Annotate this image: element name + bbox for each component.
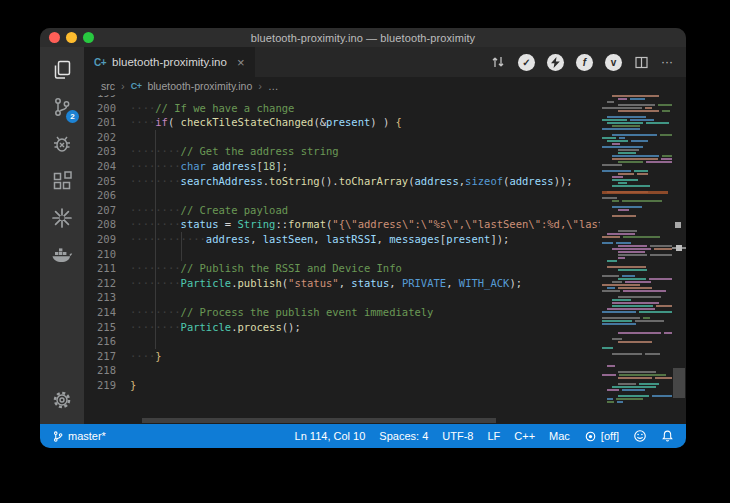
split-editor-icon[interactable] xyxy=(634,55,649,70)
particle-platform-item[interactable]: Mac xyxy=(549,430,570,442)
branch-label: master* xyxy=(68,430,106,442)
code-line[interactable]: 211········// Publish the RSSI and Devic… xyxy=(84,261,600,276)
code-line[interactable]: 214········// Process the publish event … xyxy=(84,305,600,320)
line-number: 205 xyxy=(84,174,130,189)
code-text: } xyxy=(130,378,600,393)
screencast-label: [off] xyxy=(601,430,619,442)
breadcrumb-file[interactable]: bluetooth-proximity.ino xyxy=(147,80,252,92)
line-number: 202 xyxy=(84,130,130,145)
code-line[interactable]: 219} xyxy=(84,378,600,393)
indentation-item[interactable]: Spaces: 4 xyxy=(379,430,428,442)
code-line[interactable]: 210 xyxy=(84,247,600,262)
minimap[interactable] xyxy=(600,95,672,417)
code-line[interactable]: 202 xyxy=(84,130,600,145)
settings-gear-icon[interactable] xyxy=(48,386,76,414)
cursor-position-item[interactable]: Ln 114, Col 10 xyxy=(295,430,366,442)
vscode-window: bluetooth-proximity.ino — bluetooth-prox… xyxy=(40,28,686,448)
code-line[interactable]: 217····} xyxy=(84,349,600,364)
traffic-lights xyxy=(49,32,94,43)
code-line[interactable]: 201····if( checkTileStateChanged(&presen… xyxy=(84,115,600,130)
notifications-bell-icon[interactable] xyxy=(661,429,674,443)
extensions-icon[interactable] xyxy=(48,167,76,195)
code-line[interactable]: 206 xyxy=(84,188,600,203)
code-text: ····} xyxy=(130,349,600,364)
check-icon: ✓ xyxy=(522,57,530,68)
docker-icon[interactable] xyxy=(48,241,76,269)
code-lines: 199200····// If we have a change201····i… xyxy=(84,95,600,392)
vertical-scrollbar[interactable] xyxy=(673,368,685,398)
line-number: 217 xyxy=(84,349,130,364)
tab-bar: C+ bluetooth-proximity.ino × ✓ xyxy=(84,47,686,77)
code-text xyxy=(130,247,600,262)
code-text: ········Particle.publish("status", statu… xyxy=(130,276,600,291)
line-number: 218 xyxy=(84,363,130,378)
code-text: ········// Process the publish event imm… xyxy=(130,305,600,320)
branch-icon xyxy=(52,430,64,443)
code-line[interactable]: 216 xyxy=(84,334,600,349)
explorer-icon[interactable] xyxy=(48,56,76,84)
line-number: 206 xyxy=(84,188,130,203)
eol-item[interactable]: LF xyxy=(487,430,500,442)
window-title: bluetooth-proximity.ino — bluetooth-prox… xyxy=(251,32,475,44)
editor-actions: ✓ f v xyxy=(490,47,686,77)
code-line[interactable]: 209············address, lastSeen, lastRS… xyxy=(84,232,600,247)
code-line[interactable]: 212········Particle.publish("status", st… xyxy=(84,276,600,291)
code-line[interactable]: 204········char address[18]; xyxy=(84,159,600,174)
particle-workbench-icon[interactable] xyxy=(48,204,76,232)
particle-functions-button[interactable]: f xyxy=(576,54,593,71)
source-control-icon[interactable]: 2 xyxy=(48,93,76,121)
code-line[interactable]: 207········// Create payload xyxy=(84,203,600,218)
minimize-window-button[interactable] xyxy=(66,32,77,43)
line-number: 214 xyxy=(84,305,130,320)
screencast-toggle-item[interactable]: [off] xyxy=(584,430,619,443)
code-text: ············address, lastSeen, lastRSSI,… xyxy=(130,232,600,247)
code-line[interactable]: 213 xyxy=(84,290,600,305)
lightning-icon xyxy=(551,57,560,68)
debug-icon[interactable] xyxy=(48,130,76,158)
code-text: ····// If we have a change xyxy=(130,101,600,116)
code-line[interactable]: 208········status = String::format("{\"a… xyxy=(84,217,600,232)
chevron-right-icon: › xyxy=(258,80,262,92)
code-line[interactable]: 200····// If we have a change xyxy=(84,101,600,116)
breadcrumb: src › C+ bluetooth-proximity.ino › … xyxy=(84,77,686,95)
tab-bluetooth-proximity[interactable]: C+ bluetooth-proximity.ino × xyxy=(84,47,255,77)
code-text: ········char address[18]; xyxy=(130,159,600,174)
line-number: 200 xyxy=(84,101,130,116)
language-mode-item[interactable]: C++ xyxy=(514,430,535,442)
code-line[interactable]: 215········Particle.process(); xyxy=(84,320,600,335)
code-line[interactable]: 203········// Get the address string xyxy=(84,144,600,159)
particle-variables-button[interactable]: v xyxy=(605,54,622,71)
compare-changes-icon[interactable] xyxy=(490,54,506,70)
code-line[interactable]: 218 xyxy=(84,363,600,378)
horizontal-scrollbar[interactable] xyxy=(142,418,496,423)
cpp-file-icon: C+ xyxy=(94,57,106,68)
code-text: ········// Publish the RSSI and Device I… xyxy=(130,261,600,276)
particle-flash-button[interactable] xyxy=(547,54,564,71)
breadcrumb-src[interactable]: src xyxy=(101,80,115,92)
code-text: ········Particle.process(); xyxy=(130,320,600,335)
line-number: 203 xyxy=(84,144,130,159)
feedback-smiley-icon[interactable] xyxy=(633,429,647,443)
particle-compile-button[interactable]: ✓ xyxy=(518,54,535,71)
line-number: 212 xyxy=(84,276,130,291)
code-text xyxy=(130,334,600,349)
scm-badge: 2 xyxy=(66,110,79,123)
line-number: 209 xyxy=(84,232,130,247)
line-number: 213 xyxy=(84,290,130,305)
zoom-window-button[interactable] xyxy=(83,32,94,43)
code-text xyxy=(130,363,600,378)
line-number: 211 xyxy=(84,261,130,276)
close-window-button[interactable] xyxy=(49,32,60,43)
line-number: 208 xyxy=(84,217,130,232)
encoding-item[interactable]: UTF-8 xyxy=(442,430,473,442)
line-number: 215 xyxy=(84,320,130,335)
more-actions-icon[interactable]: ··· xyxy=(661,55,673,69)
code-line[interactable]: 205········searchAddress.toString().toCh… xyxy=(84,174,600,189)
title-bar: bluetooth-proximity.ino — bluetooth-prox… xyxy=(40,28,686,47)
line-number: 207 xyxy=(84,203,130,218)
breadcrumb-symbol[interactable]: … xyxy=(268,80,279,92)
git-branch-item[interactable]: master* xyxy=(52,430,106,443)
code-editor[interactable]: 199200····// If we have a change201····i… xyxy=(84,95,686,424)
overview-ruler-mark xyxy=(675,222,681,228)
tab-close-icon[interactable]: × xyxy=(237,56,245,69)
